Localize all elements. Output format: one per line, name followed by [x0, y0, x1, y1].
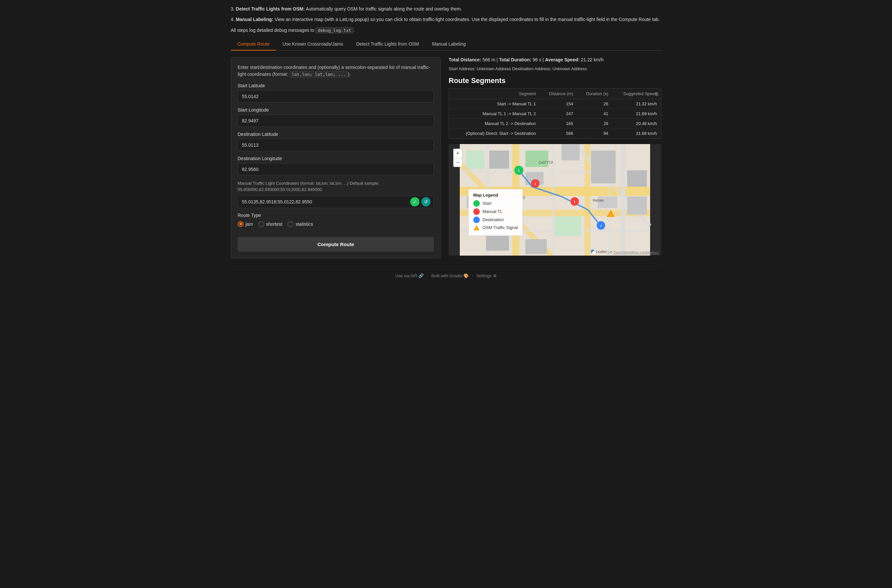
svg-text:i: i [574, 200, 575, 204]
legend-destination: Destination [473, 217, 518, 223]
svg-rect-14 [525, 151, 549, 167]
table-cell-segment: Manual TL 2 -> Destination [449, 118, 540, 128]
svg-rect-25 [562, 144, 580, 160]
step4-instruction: 4. Manual Labeling: View an interactive … [231, 16, 661, 23]
legend-manual-tl: Manual TL [473, 208, 518, 215]
svg-rect-13 [466, 151, 484, 169]
compute-route-button[interactable]: Compute Route [238, 237, 434, 252]
leaflet-text: Leaflet [596, 250, 607, 254]
table-cell-distance: 566 [540, 128, 577, 138]
svg-rect-21 [627, 170, 647, 187]
start-lon-input[interactable] [238, 114, 434, 127]
footer-api: Use via API 🔗 [395, 273, 425, 278]
legend-dest-label: Destination [483, 217, 504, 222]
debug-line: All steps log detailed debug messages to… [231, 27, 661, 34]
leaflet-icon [591, 250, 595, 254]
svg-rect-22 [627, 196, 647, 214]
tab-compute-route[interactable]: Compute Route [231, 38, 276, 51]
dest-lat-input[interactable] [238, 139, 434, 151]
manual-tl-input[interactable] [238, 196, 434, 208]
tab-detect-tl[interactable]: Detect Traffic Lights from OSM [349, 38, 425, 51]
svg-text:СибГУТИ: СибГУТИ [538, 161, 553, 164]
legend-start-icon [473, 200, 480, 207]
radio-label-shortest: shortest [266, 222, 283, 227]
table-cell-segment: Manual TL 1 -> Manual TL 2 [449, 109, 540, 118]
copy-icon[interactable]: ⧉ [655, 91, 658, 97]
table-cell-duration: 41 [577, 109, 612, 118]
total-duration-label: Total Duration: [499, 57, 532, 62]
col-segment: Segment [449, 88, 540, 99]
manual-tl-group: Manual Traffic Light Coordinates (format… [238, 180, 434, 208]
route-type-label: Route Type [238, 213, 434, 218]
svg-text:i: i [535, 182, 535, 186]
svg-rect-19 [591, 151, 616, 183]
instructions: 3. Detect Traffic Lights from OSM: Autom… [231, 5, 661, 34]
right-panel: Total Distance: 566 m | Total Duration: … [449, 57, 661, 259]
table-cell-duration: 26 [577, 99, 612, 109]
table-cell-duration: 29 [577, 118, 612, 128]
table-row: Start -> Manual TL 11542621.32 km/h [449, 99, 661, 109]
radio-label-jam: jam [246, 222, 253, 227]
table-cell-distance: 247 [540, 109, 577, 118]
footer-gradio: Built with Gradio 🎨 [431, 273, 470, 278]
table-row: (Optional) Direct: Start -> Destination5… [449, 128, 661, 138]
main-content: Enter start/destination coordinates and … [231, 57, 661, 259]
radio-label-statistics: statistics [295, 222, 313, 227]
format-code: lat,lon; lat,lon; ... [289, 71, 348, 77]
col-speed: Suggested Speed [612, 88, 661, 99]
svg-rect-15 [555, 216, 581, 236]
manual-tl-desc: Manual Traffic Light Coordinates (format… [238, 180, 434, 193]
map-legend: Map Legend Start Manual TL Destination [468, 189, 523, 236]
svg-text:i: i [600, 224, 601, 228]
total-duration-val: 96 s | [533, 57, 545, 62]
footer-settings[interactable]: Settings ⚙ [476, 273, 497, 278]
table-cell-speed: 20.48 km/h [612, 118, 661, 128]
start-lon-group: Start Longitude [238, 107, 434, 127]
step3-instruction: 3. Detect Traffic Lights from OSM: Autom… [231, 5, 661, 12]
total-distance-label: Total Distance: [449, 57, 481, 62]
segments-table: Segment Distance (m) Duration (s) Sugges… [449, 88, 661, 138]
zoom-out-button[interactable]: − [453, 158, 462, 167]
svg-rect-17 [489, 151, 509, 169]
debug-file: debug_log.txt [315, 27, 354, 33]
tab-manual-labeling[interactable]: Manual Labeling [426, 38, 472, 51]
tab-crossroads[interactable]: Use Known Crossroads/Jams [276, 38, 349, 51]
radio-statistics[interactable]: statistics [288, 221, 313, 227]
route-segments-title: Route Segments [449, 76, 661, 85]
radio-jam[interactable]: jam [238, 221, 253, 227]
tl-teal-btn[interactable]: ↺ [421, 197, 430, 206]
legend-start: Start [473, 200, 518, 207]
col-distance: Distance (m) [540, 88, 577, 99]
start-lon-label: Start Longitude [238, 107, 434, 112]
avg-speed-val: 21.22 km/h [581, 57, 604, 62]
radio-shortest[interactable]: shortest [258, 221, 283, 227]
start-lat-input[interactable] [238, 90, 434, 103]
step3-label: 3. [231, 6, 235, 12]
step3-bold: Detect Traffic Lights from OSM: [236, 6, 305, 12]
zoom-controls: + − [453, 148, 462, 167]
zoom-in-button[interactable]: + [453, 148, 462, 158]
svg-text:Кирова: Кирова [593, 198, 604, 202]
route-type-group: Route Type jam shortest [238, 213, 434, 227]
tl-input-wrapper: ✓ ↺ [238, 196, 434, 208]
osm-link[interactable]: OpenStreetMap contributors [613, 250, 659, 254]
table-cell-distance: 154 [540, 99, 577, 109]
map-container[interactable]: i i i i ! Восход Кирова СибГУТИ [449, 144, 661, 256]
svg-rect-24 [525, 239, 547, 254]
table-cell-duration: 94 [577, 128, 612, 138]
tl-green-btn[interactable]: ✓ [410, 197, 420, 206]
tab-bar: Compute Route Use Known Crossroads/Jams … [231, 38, 661, 51]
dest-lat-label: Destination Latitude [238, 132, 434, 137]
leaflet-badge: Leaflet [591, 250, 607, 254]
radio-circle-jam [238, 221, 243, 227]
legend-warn-icon: ! [473, 225, 480, 231]
dest-lat-group: Destination Latitude [238, 132, 434, 151]
dest-lon-input[interactable] [238, 163, 434, 176]
table-row: Manual TL 1 -> Manual TL 22474121.69 km/… [449, 109, 661, 118]
legend-title: Map Legend [473, 193, 518, 198]
step3-text: Automatically query OSM for traffic sign… [306, 6, 462, 12]
table-cell-speed: 21.69 km/h [612, 109, 661, 118]
tl-input-icons: ✓ ↺ [410, 197, 430, 206]
table-cell-speed: 21.68 km/h [612, 128, 661, 138]
dest-lon-label: Destination Longitude [238, 156, 434, 161]
